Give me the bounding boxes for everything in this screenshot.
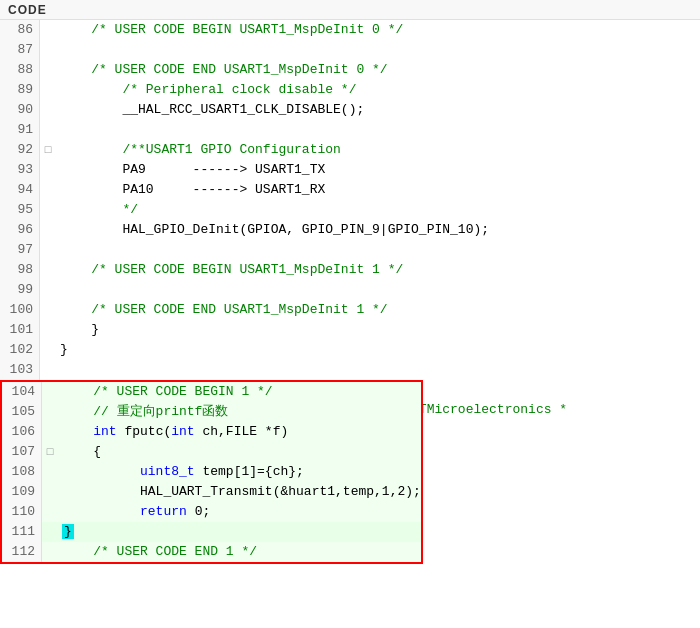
code-row: 106 int fputc(int ch,FILE *f) — [2, 422, 421, 442]
code-content — [56, 280, 700, 300]
line-number: 98 — [0, 260, 40, 280]
code-row: 94 PA10 ------> USART1_RX — [0, 180, 700, 200]
code-row: 98 /* USER CODE BEGIN USART1_MspDeInit 1… — [0, 260, 700, 280]
line-number: 107 — [2, 442, 42, 462]
fold-icon — [40, 320, 56, 340]
line-number: 106 — [2, 422, 42, 442]
fold-icon — [42, 482, 58, 502]
fold-icon — [42, 522, 58, 542]
code-row: 91 — [0, 120, 700, 140]
highlight-border: 104 /* USER CODE BEGIN 1 */105 // 重定向pri… — [0, 380, 423, 564]
line-number: 95 — [0, 200, 40, 220]
code-content: /* USER CODE BEGIN 1 */ — [58, 382, 421, 402]
code-row: 93 PA9 ------> USART1_TX — [0, 160, 700, 180]
fold-icon — [40, 200, 56, 220]
code-content — [56, 40, 700, 60]
code-content: /**USART1 GPIO Configuration — [56, 140, 700, 160]
fold-icon — [40, 260, 56, 280]
fold-icon — [40, 80, 56, 100]
line-number: 86 — [0, 20, 40, 40]
top-bar-title: CODE — [8, 3, 47, 17]
code-content: /* USER CODE END 1 */ — [58, 542, 421, 562]
code-content — [56, 120, 700, 140]
code-row: 108 uint8_t temp[1]={ch}; — [2, 462, 421, 482]
code-content — [56, 240, 700, 260]
line-number: 111 — [2, 522, 42, 542]
code-content: /* USER CODE BEGIN USART1_MspDeInit 0 */ — [56, 20, 700, 40]
line-number: 102 — [0, 340, 40, 360]
line-number: 99 — [0, 280, 40, 300]
code-lines: 86 /* USER CODE BEGIN USART1_MspDeInit 0… — [0, 20, 700, 440]
code-row: 87 — [0, 40, 700, 60]
code-content: /* USER CODE BEGIN USART1_MspDeInit 1 */ — [56, 260, 700, 280]
code-content: HAL_GPIO_DeInit(GPIOA, GPIO_PIN_9|GPIO_P… — [56, 220, 700, 240]
line-number: 103 — [0, 360, 40, 380]
fold-icon — [40, 180, 56, 200]
code-row: 109 HAL_UART_Transmit(&huart1,temp,1,2); — [2, 482, 421, 502]
fold-icon — [40, 20, 56, 40]
line-number: 96 — [0, 220, 40, 240]
fold-icon — [42, 402, 58, 422]
line-number: 110 — [2, 502, 42, 522]
code-row: 97 — [0, 240, 700, 260]
top-bar: CODE — [0, 0, 700, 20]
fold-icon[interactable]: □ — [42, 442, 58, 462]
code-content: */ — [56, 200, 700, 220]
code-content: } — [56, 340, 700, 360]
fold-icon — [40, 240, 56, 260]
code-content: PA9 ------> USART1_TX — [56, 160, 700, 180]
code-row: 90 __HAL_RCC_USART1_CLK_DISABLE(); — [0, 100, 700, 120]
fold-icon — [42, 542, 58, 562]
code-content: } — [56, 320, 700, 340]
code-row: 112 /* USER CODE END 1 */ — [2, 542, 421, 562]
fold-icon — [40, 40, 56, 60]
code-row: 96 HAL_GPIO_DeInit(GPIOA, GPIO_PIN_9|GPI… — [0, 220, 700, 240]
code-row: 111} — [2, 522, 421, 542]
line-number: 89 — [0, 80, 40, 100]
code-row: 103 — [0, 360, 700, 380]
line-number: 109 — [2, 482, 42, 502]
code-content: HAL_UART_Transmit(&huart1,temp,1,2); — [58, 482, 421, 502]
code-row: 92□ /**USART1 GPIO Configuration — [0, 140, 700, 160]
code-container: 86 /* USER CODE BEGIN USART1_MspDeInit 0… — [0, 20, 700, 628]
line-number: 88 — [0, 60, 40, 80]
code-row: 99 — [0, 280, 700, 300]
code-content: /* Peripheral clock disable */ — [56, 80, 700, 100]
code-row: 86 /* USER CODE BEGIN USART1_MspDeInit 0… — [0, 20, 700, 40]
fold-icon — [40, 360, 56, 380]
code-row: 102} — [0, 340, 700, 360]
fold-icon — [42, 462, 58, 482]
fold-icon — [40, 220, 56, 240]
fold-icon — [40, 100, 56, 120]
code-content: return 0; — [58, 502, 421, 522]
fold-icon — [42, 502, 58, 522]
code-row: 95 */ — [0, 200, 700, 220]
code-content: { — [58, 442, 421, 462]
fold-icon[interactable]: □ — [40, 140, 56, 160]
code-content: __HAL_RCC_USART1_CLK_DISABLE(); — [56, 100, 700, 120]
code-row: 100 /* USER CODE END USART1_MspDeInit 1 … — [0, 300, 700, 320]
code-row: 88 /* USER CODE END USART1_MspDeInit 0 *… — [0, 60, 700, 80]
fold-icon — [40, 160, 56, 180]
code-content: /* USER CODE END USART1_MspDeInit 0 */ — [56, 60, 700, 80]
line-number: 91 — [0, 120, 40, 140]
line-number: 90 — [0, 100, 40, 120]
line-number: 100 — [0, 300, 40, 320]
code-content — [56, 360, 700, 380]
code-content: /* USER CODE END USART1_MspDeInit 1 */ — [56, 300, 700, 320]
line-number: 105 — [2, 402, 42, 422]
code-content: uint8_t temp[1]={ch}; — [58, 462, 421, 482]
code-content: int fputc(int ch,FILE *f) — [58, 422, 421, 442]
code-row: 105 // 重定向printf函数 — [2, 402, 421, 422]
line-number: 94 — [0, 180, 40, 200]
line-number: 112 — [2, 542, 42, 562]
code-row: 104 /* USER CODE BEGIN 1 */ — [2, 382, 421, 402]
code-row: 101 } — [0, 320, 700, 340]
code-row: 110 return 0; — [2, 502, 421, 522]
line-number: 97 — [0, 240, 40, 260]
fold-icon — [40, 60, 56, 80]
line-number: 101 — [0, 320, 40, 340]
line-number: 93 — [0, 160, 40, 180]
fold-icon — [40, 300, 56, 320]
line-number: 104 — [2, 382, 42, 402]
